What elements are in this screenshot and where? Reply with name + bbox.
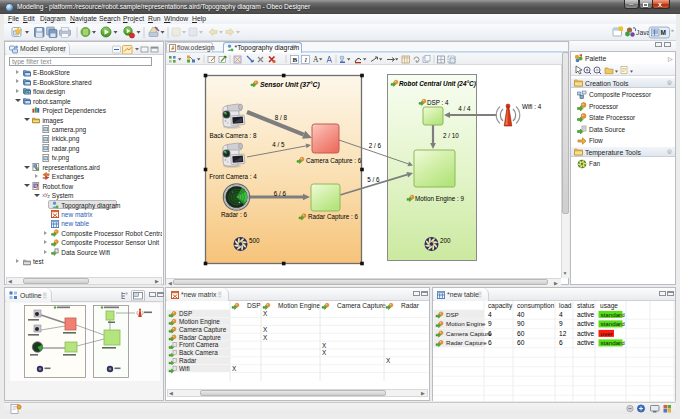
svg-text:DSP : 4: DSP : 4 [427, 99, 449, 106]
svg-text:Radar: Radar [401, 301, 420, 308]
svg-text:»: » [671, 27, 674, 33]
svg-text:DSP: DSP [446, 310, 459, 317]
svg-text:B: B [293, 56, 298, 64]
svg-text:Radar: Radar [179, 357, 197, 364]
svg-text:standard: standard [601, 310, 626, 317]
svg-text:2 / 10: 2 / 10 [443, 132, 459, 139]
svg-text:capacity: capacity [488, 302, 513, 310]
svg-text:Camera Capture : 6: Camera Capture : 6 [306, 157, 362, 165]
svg-text:Camera Capture: Camera Capture [337, 301, 386, 309]
svg-text:X: X [322, 341, 327, 348]
svg-text:consumption: consumption [517, 302, 555, 310]
svg-text:60: 60 [517, 329, 525, 336]
svg-text:Java: Java [636, 29, 651, 36]
svg-text:500: 500 [249, 237, 260, 244]
svg-text:60: 60 [517, 339, 525, 346]
svg-text:Camera Capture: Camera Capture [179, 325, 227, 333]
svg-text:4: 4 [559, 310, 563, 317]
svg-text:Motion Engine: Motion Engine [446, 320, 486, 327]
svg-text:X: X [386, 357, 391, 364]
svg-text:standard: standard [601, 320, 626, 327]
svg-text:active: active [577, 339, 595, 346]
svg-text:load: load [559, 302, 572, 309]
svg-text:Radar Capture: Radar Capture [446, 339, 487, 346]
svg-text:9: 9 [559, 320, 563, 327]
svg-text:Back Camera: Back Camera [179, 349, 218, 356]
svg-text:6: 6 [559, 339, 563, 346]
svg-text:4 / 4: 4 / 4 [458, 105, 471, 112]
svg-text:X: X [322, 349, 327, 356]
svg-text:standard: standard [601, 339, 626, 346]
svg-text:Wifi : 4: Wifi : 4 [522, 103, 542, 110]
svg-text:Radar Capture : 6: Radar Capture : 6 [308, 213, 359, 221]
svg-text:Robot Central Unit (24°C): Robot Central Unit (24°C) [399, 80, 476, 88]
svg-text:Motion Engine: Motion Engine [278, 301, 320, 309]
svg-text:6: 6 [488, 329, 492, 336]
svg-text:4 / 5: 4 / 5 [272, 141, 285, 148]
svg-text:40: 40 [517, 310, 525, 317]
svg-text:X: X [263, 333, 268, 340]
svg-text:Camera Capture: Camera Capture [446, 329, 492, 336]
svg-text:9: 9 [488, 320, 492, 327]
svg-text:200: 200 [440, 237, 451, 244]
svg-text:DSP: DSP [179, 310, 192, 317]
svg-text:5 / 6: 5 / 6 [367, 176, 380, 183]
svg-text:over: over [601, 329, 613, 336]
svg-text:Radar Capture: Radar Capture [179, 333, 221, 341]
svg-text:8 / 8: 8 / 8 [275, 114, 288, 121]
svg-text:6: 6 [488, 339, 492, 346]
svg-text:active: active [577, 329, 595, 336]
svg-text:M: M [661, 29, 666, 36]
svg-text:Sensor Unit (37°C): Sensor Unit (37°C) [260, 81, 320, 89]
svg-text:active: active [577, 320, 595, 327]
svg-text:Motion Engine : 9: Motion Engine : 9 [415, 195, 465, 203]
svg-text:4: 4 [488, 310, 492, 317]
svg-text:DSP: DSP [247, 301, 261, 308]
svg-text:12: 12 [559, 329, 567, 336]
svg-text:status: status [577, 302, 595, 309]
svg-text:Radar : 6: Radar : 6 [221, 211, 247, 218]
svg-text:A: A [313, 55, 319, 64]
svg-text:Front Camera : 4: Front Camera : 4 [209, 173, 257, 180]
svg-text:z: z [47, 194, 50, 199]
svg-text:6 / 6: 6 / 6 [274, 190, 287, 197]
svg-text:Wifi: Wifi [179, 364, 190, 371]
svg-text:Back Camera : 8: Back Camera : 8 [210, 132, 257, 139]
svg-text:X: X [263, 310, 268, 317]
svg-text:X: X [232, 365, 237, 372]
svg-text:usage: usage [600, 302, 618, 310]
svg-text:Motion Engine: Motion Engine [179, 317, 220, 325]
svg-text:90: 90 [517, 320, 525, 327]
svg-text:active: active [577, 310, 595, 317]
svg-text:X: X [263, 325, 268, 332]
svg-text:2 / 6: 2 / 6 [369, 142, 382, 149]
svg-text:Front Camera: Front Camera [179, 341, 219, 348]
